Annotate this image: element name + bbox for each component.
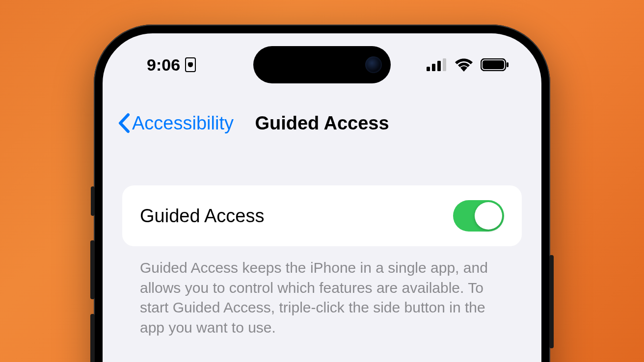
svg-rect-3 (443, 58, 446, 71)
power-button (549, 255, 554, 348)
settings-content: Guided Access Guided Access keeps the iP… (103, 185, 541, 337)
wifi-icon (454, 58, 474, 72)
chevron-left-icon (117, 113, 130, 133)
battery-icon (481, 58, 509, 71)
silence-switch (91, 186, 95, 216)
svg-rect-1 (432, 64, 435, 71)
svg-rect-6 (507, 62, 509, 67)
volume-down-button (90, 314, 95, 362)
guided-access-description: Guided Access keeps the iPhone in a sing… (122, 246, 522, 337)
phone-screen: 9:06 (103, 33, 541, 362)
status-time: 9:06 (147, 55, 180, 75)
guided-access-cell[interactable]: Guided Access (122, 185, 522, 246)
svg-rect-2 (437, 61, 441, 71)
nav-bar: Accessibility Guided Access (103, 101, 541, 145)
svg-rect-0 (427, 67, 430, 71)
dynamic-island (253, 46, 391, 83)
status-left-group: 9:06 (147, 55, 196, 75)
portrait-lock-icon (185, 57, 196, 72)
back-button[interactable]: Accessibility (117, 113, 234, 134)
front-camera-icon (365, 56, 382, 73)
volume-up-button (90, 240, 95, 299)
phone-frame: 9:06 (94, 25, 550, 362)
cellular-signal-icon (427, 58, 447, 71)
nav-title: Guided Access (255, 113, 389, 134)
toggle-knob (475, 202, 502, 230)
back-button-label: Accessibility (132, 113, 234, 134)
svg-rect-5 (483, 60, 504, 69)
guided-access-label: Guided Access (140, 206, 264, 227)
guided-access-toggle[interactable] (453, 200, 504, 232)
status-right-group (427, 58, 509, 72)
